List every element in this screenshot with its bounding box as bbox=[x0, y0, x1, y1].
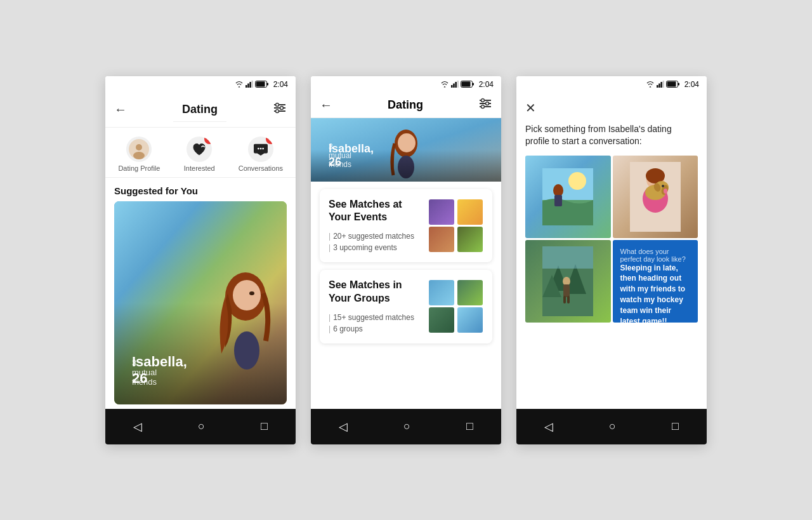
svg-point-11 bbox=[280, 107, 284, 110]
svg-rect-26 bbox=[457, 81, 459, 88]
tab-conversations-label: Conversations bbox=[239, 164, 283, 172]
signal-icon-3 bbox=[657, 81, 664, 88]
svg-point-60 bbox=[664, 189, 667, 194]
svg-point-15 bbox=[133, 152, 145, 159]
svg-point-10 bbox=[276, 103, 279, 107]
svg-rect-46 bbox=[542, 168, 593, 203]
time-1: 2:04 bbox=[273, 80, 288, 89]
svg-point-21 bbox=[234, 331, 259, 370]
wifi-icon bbox=[235, 81, 244, 88]
photo-forest[interactable] bbox=[525, 240, 611, 323]
svg-rect-65 bbox=[542, 246, 593, 269]
screen-1-content: Suggested for You bbox=[105, 178, 296, 409]
events-thumb-3 bbox=[429, 227, 454, 252]
dating-profile-icon bbox=[126, 137, 152, 162]
groups-thumb-1 bbox=[429, 280, 454, 305]
events-card-details: 20+ suggested matches 3 upcoming events bbox=[329, 230, 422, 253]
groups-card[interactable]: See Matches in Your Groups 15+ suggested… bbox=[320, 270, 492, 343]
svg-point-17 bbox=[259, 147, 261, 149]
app-header-2: ← Dating bbox=[311, 93, 501, 118]
battery-icon-2 bbox=[461, 81, 475, 88]
tab-interested[interactable]: • Interested bbox=[172, 134, 227, 177]
home-nav-3[interactable]: ○ bbox=[609, 420, 616, 433]
screen-1: 2:04 ← Dating bbox=[105, 76, 296, 444]
s3-close-header: ✕ bbox=[516, 93, 707, 123]
svg-rect-23 bbox=[451, 85, 453, 88]
svg-point-20 bbox=[233, 280, 261, 310]
photo-grid: What does your perfect day look like? Sl… bbox=[516, 156, 707, 323]
time-3: 2:04 bbox=[684, 80, 699, 89]
hero-card-1[interactable]: Isabella, 26 3 mutual friends bbox=[114, 201, 287, 404]
person-illustration bbox=[214, 258, 277, 373]
events-thumbs bbox=[429, 199, 483, 252]
battery-icon bbox=[255, 81, 269, 88]
svg-rect-68 bbox=[563, 296, 566, 303]
svg-rect-67 bbox=[563, 284, 570, 297]
svg-point-18 bbox=[262, 147, 264, 149]
back-button-2[interactable]: ← bbox=[320, 98, 332, 112]
svg-rect-29 bbox=[461, 82, 470, 87]
s2-hero: Isabella, 26 3 mutual friends bbox=[311, 118, 501, 182]
groups-card-details: 15+ suggested matches 6 groups bbox=[329, 312, 422, 335]
filter-button-2[interactable] bbox=[478, 98, 492, 112]
filter-button-1[interactable] bbox=[273, 102, 287, 117]
svg-point-33 bbox=[481, 98, 485, 102]
signal-icon bbox=[246, 81, 253, 88]
tab-conversations[interactable]: 3 Conversations bbox=[232, 134, 289, 177]
svg-rect-45 bbox=[667, 82, 676, 87]
svg-rect-3 bbox=[251, 81, 253, 88]
svg-rect-42 bbox=[662, 81, 664, 88]
back-nav-1[interactable]: ◁ bbox=[133, 420, 142, 434]
recent-nav-1[interactable]: □ bbox=[261, 420, 268, 433]
groups-thumb-4 bbox=[457, 307, 483, 333]
recent-nav-3[interactable]: □ bbox=[672, 420, 679, 433]
svg-rect-44 bbox=[678, 83, 679, 86]
svg-point-35 bbox=[481, 105, 485, 108]
events-card[interactable]: See Matches at Your Events 20+ suggested… bbox=[320, 189, 492, 263]
photo-prompt[interactable]: What does your perfect day look like? Sl… bbox=[613, 240, 698, 323]
svg-rect-0 bbox=[246, 85, 247, 88]
back-button-1[interactable]: ← bbox=[114, 102, 127, 117]
tab-dating-profile[interactable]: Dating Profile bbox=[112, 134, 167, 177]
svg-rect-24 bbox=[453, 84, 455, 88]
events-detail-2: 3 upcoming events bbox=[329, 242, 422, 253]
photo-beach[interactable] bbox=[525, 156, 611, 238]
back-nav-2[interactable]: ◁ bbox=[339, 420, 348, 434]
groups-card-text: See Matches in Your Groups 15+ suggested… bbox=[329, 279, 422, 335]
groups-detail-2: 6 groups bbox=[329, 323, 422, 335]
prompt-answer: Sleeping in late, then heading out with … bbox=[620, 263, 691, 323]
battery-icon-3 bbox=[666, 81, 680, 88]
svg-point-59 bbox=[662, 185, 664, 187]
svg-rect-6 bbox=[256, 82, 265, 87]
wifi-icon-3 bbox=[646, 81, 655, 88]
tab-interested-label: Interested bbox=[184, 164, 215, 172]
screens-container: 2:04 ← Dating bbox=[80, 51, 732, 470]
svg-rect-69 bbox=[567, 296, 570, 303]
beach-illustration bbox=[542, 168, 593, 225]
status-bar-1: 2:04 bbox=[105, 76, 296, 93]
app-title-1: Dating bbox=[173, 98, 226, 122]
groups-thumb-3 bbox=[429, 307, 454, 333]
svg-rect-28 bbox=[472, 83, 474, 86]
svg-rect-41 bbox=[660, 82, 662, 88]
forest-illustration bbox=[542, 246, 593, 316]
home-nav-1[interactable]: ○ bbox=[198, 420, 205, 433]
svg-point-66 bbox=[563, 277, 570, 286]
svg-point-34 bbox=[486, 102, 489, 105]
recent-nav-2[interactable]: □ bbox=[466, 420, 473, 433]
close-button[interactable]: ✕ bbox=[525, 100, 536, 116]
back-nav-3[interactable]: ◁ bbox=[544, 420, 553, 434]
svg-point-47 bbox=[568, 172, 586, 190]
suggested-label: Suggested for You bbox=[105, 178, 296, 201]
prompt-question: What does your perfect day look like? bbox=[620, 248, 691, 263]
status-bar-2: 2:04 bbox=[311, 76, 501, 93]
svg-rect-5 bbox=[266, 83, 268, 86]
bottom-nav-2: ◁ ○ □ bbox=[311, 409, 501, 444]
svg-rect-50 bbox=[554, 195, 562, 206]
dog-illustration bbox=[630, 162, 681, 232]
tab-dating-profile-label: Dating Profile bbox=[118, 164, 160, 172]
signal-icon-2 bbox=[451, 81, 459, 88]
photo-dog[interactable] bbox=[613, 156, 698, 238]
home-nav-2[interactable]: ○ bbox=[403, 420, 410, 433]
events-card-text: See Matches at Your Events 20+ suggested… bbox=[329, 198, 422, 254]
